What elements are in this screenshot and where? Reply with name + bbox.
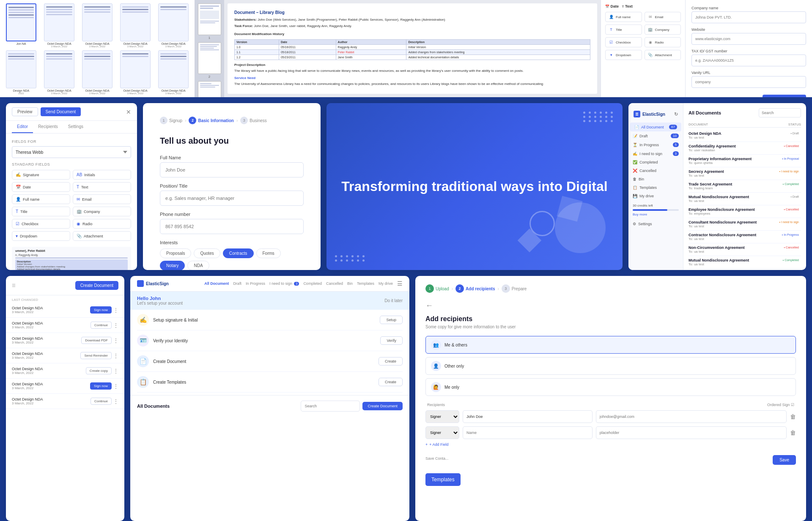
doc-list-item[interactable]: Consultant Nondisclosure AgreementTo: ua… bbox=[689, 218, 801, 231]
role-select-1[interactable]: Signer bbox=[425, 410, 459, 423]
create-template-btn[interactable]: Create bbox=[379, 378, 403, 386]
interest-forms[interactable]: Forms bbox=[256, 248, 281, 258]
more-options-icon[interactable]: ⋮ bbox=[113, 338, 118, 344]
option-me-only[interactable]: 🙋 Me only bbox=[425, 378, 796, 396]
doc-list-row[interactable]: Octet Design NDA3 March, 2022 Create cop… bbox=[6, 363, 124, 379]
thumbnail-item[interactable]: Octet Design NDA 3 March, 2022 bbox=[80, 50, 115, 95]
sign-now-button-2[interactable]: Sign now bbox=[90, 382, 112, 390]
field-item-email[interactable]: ✉ Email bbox=[645, 12, 681, 22]
create-document-button[interactable]: Create Document bbox=[75, 281, 118, 290]
more-options-icon[interactable]: ⋮ bbox=[113, 383, 118, 389]
tab-recipients[interactable]: Recipients bbox=[33, 121, 63, 133]
doc-list-row[interactable]: Octet Design NDA3 March, 2022 Sign now ⋮ bbox=[6, 379, 124, 394]
position-input[interactable] bbox=[160, 191, 304, 206]
interest-nda[interactable]: NDA bbox=[187, 261, 209, 270]
search-input[interactable] bbox=[759, 108, 801, 117]
role-select-2[interactable]: Signer bbox=[425, 426, 459, 439]
do-it-later-button[interactable]: Do it later bbox=[384, 298, 403, 303]
field-email[interactable]: ✉ Email bbox=[73, 194, 131, 204]
sign-now-button[interactable]: Sign now bbox=[90, 306, 112, 314]
continue-button[interactable]: Continue bbox=[91, 322, 112, 329]
company-name-input[interactable] bbox=[691, 11, 806, 23]
save-contact-button[interactable]: Save Conta... bbox=[425, 456, 449, 461]
doc-list-row[interactable]: Octet Design NDA3 March, 2022 Download P… bbox=[6, 333, 124, 348]
menu-icon[interactable]: ☰ bbox=[397, 280, 403, 287]
field-initials[interactable]: AB Initials bbox=[73, 170, 131, 180]
field-fullname[interactable]: 👤 Full name bbox=[12, 194, 70, 204]
nav-templates[interactable]: 📋 Templates bbox=[628, 183, 683, 192]
nav-bin[interactable]: 🗑 Bin bbox=[628, 175, 683, 183]
doc-list-item[interactable]: Mutual Nondisclosure AgreementTo: ua tes… bbox=[689, 256, 801, 269]
field-checkbox[interactable]: ☑ Checkbox bbox=[12, 219, 70, 229]
refresh-icon[interactable]: ↻ bbox=[674, 112, 678, 117]
more-options-icon[interactable]: ⋮ bbox=[113, 322, 118, 328]
thumbnail-item[interactable]: Octet Design NDA 3 March, 2022 bbox=[156, 3, 191, 48]
doc-list-item[interactable]: Employee Nondisclosure AgreementTo: empl… bbox=[689, 205, 801, 218]
nav-need-sign-bottom[interactable]: I need to sign 3 bbox=[269, 281, 299, 286]
field-dropdown[interactable]: ▾ Dropdown bbox=[12, 231, 70, 241]
nav-cancelled[interactable]: ❌ Cancelled bbox=[628, 166, 683, 175]
field-signature[interactable]: ✍ Signature bbox=[12, 170, 70, 180]
field-item-fullname[interactable]: 👤 Full name bbox=[605, 12, 642, 22]
doc-list-item[interactable]: Trade Secret AgreementTo: trading team •… bbox=[689, 180, 801, 193]
nav-my-drive[interactable]: 💾 My drive bbox=[628, 192, 683, 200]
thumbnail-item[interactable]: Octet Design NDA 3 March, 2022 bbox=[41, 3, 77, 48]
add-field-button[interactable]: + + Add Field bbox=[425, 442, 796, 447]
doc-list-item[interactable]: Non-Circumvention AgreementTo: ua test •… bbox=[689, 243, 801, 256]
thumbnail-item[interactable]: Octet Design NDA 3 March, 2022 bbox=[118, 3, 153, 48]
doc-list-item[interactable]: Secrecy AgreementTo: ua test • I need to… bbox=[689, 167, 801, 180]
delete-recipient-icon[interactable]: 🗑 bbox=[790, 413, 796, 420]
create-copy-button[interactable]: Create copy bbox=[86, 367, 112, 374]
send-reminder-button[interactable]: Send Reminder bbox=[80, 352, 112, 359]
page-thumb-2[interactable] bbox=[198, 42, 221, 74]
recipient-email-1[interactable] bbox=[596, 410, 787, 423]
field-item-dropdown[interactable]: ▾ Dropdown bbox=[605, 50, 642, 60]
doc-list-item[interactable]: Octet Design NDATo: ua test • Draft bbox=[689, 129, 801, 142]
close-icon[interactable]: ✕ bbox=[126, 109, 131, 115]
thumbnail-item[interactable]: Octet Design NDA 3 March, 2022 bbox=[156, 50, 191, 95]
more-options-icon[interactable]: ⋮ bbox=[113, 353, 118, 359]
option-other-only[interactable]: 👤 Other only bbox=[425, 357, 796, 375]
doc-list-item[interactable]: Contractor Nondisclosure AgreementTo: ua… bbox=[689, 231, 801, 243]
nav-need-to-sign[interactable]: ✍ I need to sign 3 bbox=[628, 149, 683, 158]
field-item-company[interactable]: 🏢 Company bbox=[645, 25, 681, 35]
thumbnail-item[interactable]: Design NDA 2022 bbox=[3, 50, 39, 95]
create-document-btn-2[interactable]: Create Document bbox=[362, 402, 403, 410]
interest-notary[interactable]: Notary bbox=[160, 261, 185, 270]
more-options-icon[interactable]: ⋮ bbox=[113, 307, 118, 313]
nav-in-progress-bottom[interactable]: In Progress bbox=[246, 281, 265, 286]
setup-button[interactable]: Setup bbox=[380, 316, 403, 324]
recipient-email-2[interactable] bbox=[596, 426, 787, 439]
vanity-url-input[interactable] bbox=[691, 76, 806, 88]
save-recipients-button[interactable]: Save bbox=[773, 455, 796, 465]
field-item-checkbox[interactable]: ☑ Checkbox bbox=[605, 37, 642, 47]
field-attachment[interactable]: 📎 Attachment bbox=[73, 231, 131, 241]
thumbnail-item[interactable]: Jon NA bbox=[3, 3, 39, 48]
recipient-name-2[interactable] bbox=[463, 426, 593, 439]
thumbnail-item[interactable]: Octet Design NDA 3 March, 2022 bbox=[80, 3, 115, 48]
nav-draft-bottom[interactable]: Draft bbox=[233, 281, 241, 286]
recipient-name-1[interactable] bbox=[463, 410, 593, 423]
tab-editor[interactable]: Editor bbox=[12, 121, 33, 133]
field-item-attachment[interactable]: 📎 Attachment bbox=[645, 50, 681, 60]
interest-quotes[interactable]: Quotes bbox=[194, 248, 220, 258]
doc-list-item[interactable]: Confidentiality AgreementTo: user raskal… bbox=[689, 142, 801, 155]
fields-for-select[interactable]: Theresa Webb bbox=[12, 146, 131, 158]
tax-id-input[interactable] bbox=[691, 55, 806, 66]
more-options-icon[interactable]: ⋮ bbox=[113, 368, 118, 374]
field-item-title[interactable]: T Title bbox=[605, 25, 642, 35]
buy-more-link[interactable]: Buy more bbox=[633, 213, 647, 216]
thumbnail-item[interactable]: Octet Design NDA 3 March, 2022 bbox=[118, 50, 153, 95]
nav-all-doc-bottom[interactable]: All Document bbox=[204, 281, 229, 286]
doc-list-item[interactable]: Proprietary Information AgreementTo: qui… bbox=[689, 155, 801, 167]
nav-all-document[interactable]: 📄 All Document 67 bbox=[630, 123, 681, 131]
interest-contracts[interactable]: Contracts bbox=[223, 248, 254, 258]
field-radio[interactable]: ◉ Radio bbox=[73, 219, 131, 229]
nav-in-progress[interactable]: ⏳ In Progress 5 bbox=[628, 140, 683, 149]
nav-my-drive-bottom[interactable]: My drive bbox=[379, 281, 393, 286]
interest-proposals[interactable]: Proposals bbox=[160, 248, 191, 258]
nav-cancelled-bottom[interactable]: Cancelled bbox=[326, 281, 343, 286]
nav-completed[interactable]: ✅ Completed bbox=[628, 158, 683, 166]
nav-completed-bottom[interactable]: Completed bbox=[303, 281, 322, 286]
preview-button[interactable]: Preview bbox=[12, 107, 38, 116]
